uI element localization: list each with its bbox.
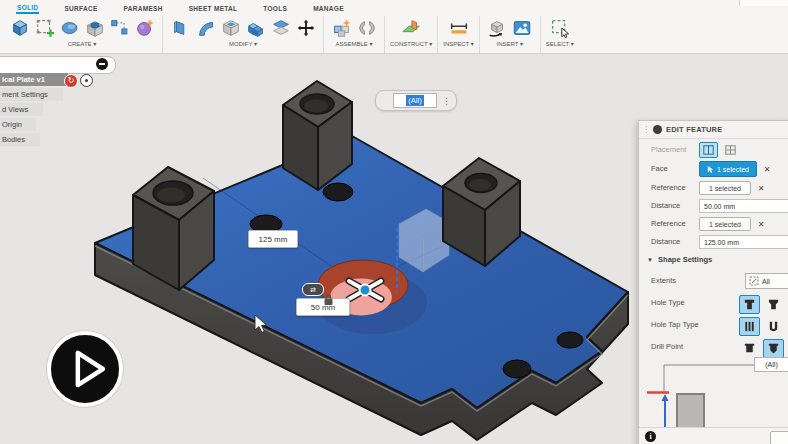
face-selection-button[interactable]: 1 selected [699, 161, 757, 177]
placement-multiple-holes-button[interactable] [721, 142, 740, 158]
construction-plane-icon[interactable] [399, 15, 424, 40]
distance1-input[interactable]: 50.00 mm [699, 199, 788, 213]
browser-item-document-settings[interactable]: ment Settings [0, 88, 63, 101]
distance2-input[interactable]: 125.00 mm [699, 235, 788, 249]
assemble-dropdown[interactable]: ASSEMBLE ▾ [335, 40, 372, 47]
edit-feature-dialog: ⋮ EDIT FEATURE Placement Face 1 selected… [638, 120, 788, 444]
tap-type-tapped-button[interactable] [739, 317, 760, 336]
toolbar-separator [162, 16, 163, 53]
browser-item-label: d Views [2, 105, 28, 114]
feature-icon [653, 125, 662, 134]
joint-icon[interactable] [354, 15, 379, 40]
browser-item-origin[interactable]: Origin [0, 118, 36, 131]
tab-paramesh[interactable]: PARAMESH [123, 3, 164, 13]
hole-icon[interactable] [82, 15, 107, 40]
dialog-title: EDIT FEATURE [666, 125, 722, 134]
insert-dropdown[interactable]: INSERT ▾ [497, 40, 523, 47]
play-button[interactable] [47, 331, 123, 407]
canvas-image-icon[interactable] [510, 15, 535, 40]
hole-type-countersink-button[interactable] [763, 295, 784, 314]
extents-dropdown[interactable]: All [745, 273, 788, 289]
extents-value-input[interactable]: (All) [393, 93, 437, 108]
reference1-selection-button[interactable]: 1 selected [699, 181, 751, 195]
toolbar-separator [437, 16, 438, 53]
pattern-icon[interactable] [107, 15, 132, 40]
dialog-header[interactable]: ⋮ EDIT FEATURE [639, 121, 788, 139]
footer-button-partial[interactable] [770, 431, 788, 444]
toolbar-separator [479, 16, 480, 53]
browser-item-bodies[interactable]: Bodies [0, 133, 40, 146]
construct-dropdown[interactable]: CONSTRUCT ▾ [390, 40, 432, 47]
create-sketch-icon[interactable] [32, 15, 57, 40]
distance2-row: Distance 125.00 mm [639, 234, 788, 250]
combine-icon[interactable] [243, 15, 268, 40]
distance2-label: Distance [651, 237, 680, 246]
reference1-remove-button[interactable]: ✕ [755, 182, 767, 194]
toolbar-group-insert: INSERT ▾ [482, 14, 538, 47]
reference2-selection-button[interactable]: 1 selected [699, 217, 751, 231]
tap-type-simple-button[interactable] [763, 317, 784, 336]
face-row: Face 1 selected ✕ [639, 161, 788, 177]
browser-item-named-views[interactable]: d Views [0, 103, 43, 116]
press-pull-icon[interactable] [168, 15, 193, 40]
extents-value: All [762, 278, 770, 285]
box-icon[interactable] [7, 15, 32, 40]
shape-settings-label: Shape Settings [658, 255, 712, 264]
select-dropdown[interactable]: SELECT ▾ [546, 40, 574, 47]
toolbar-group-construct: CONSTRUCT ▾ [387, 14, 435, 47]
measure-icon[interactable] [446, 15, 471, 40]
create-dropdown[interactable]: CREATE ▾ [68, 40, 97, 47]
diameter-dimension-input[interactable]: 50 mm [296, 298, 350, 316]
drill-point-flat-button[interactable] [739, 339, 760, 358]
tab-solid[interactable]: SOLID [16, 2, 39, 14]
new-component-icon[interactable] [329, 15, 354, 40]
shell-icon[interactable] [218, 15, 243, 40]
tab-manage[interactable]: MANAGE [312, 3, 345, 13]
widget-menu-icon[interactable]: ⋮ [442, 96, 451, 106]
reference2-remove-button[interactable]: ✕ [755, 218, 767, 230]
toolbar-group-select: SELECT ▾ [543, 14, 577, 47]
toolbar-separator [540, 16, 541, 53]
info-icon[interactable]: i [645, 431, 656, 442]
create-form-icon[interactable] [57, 15, 82, 40]
fillet-icon[interactable] [193, 15, 218, 40]
insert-derive-icon[interactable] [485, 15, 510, 40]
face-remove-button[interactable]: ✕ [761, 163, 773, 175]
cursor-icon [707, 165, 714, 174]
mouse-cursor [254, 314, 268, 338]
toolbar-separator [323, 16, 324, 53]
move-icon[interactable] [293, 15, 318, 40]
split-body-icon[interactable] [268, 15, 293, 40]
placement-single-hole-button[interactable] [699, 142, 718, 158]
drill-point-row: Drill Point [639, 339, 788, 357]
collapse-caret-icon: ▼ [647, 257, 653, 263]
hole-type-counterbore-button[interactable] [739, 295, 760, 314]
tab-sheet-metal[interactable]: SHEET METAL [188, 3, 239, 13]
create-paramesh-icon[interactable] [132, 15, 157, 40]
browser-item-root[interactable]: ical Plate v1 [0, 73, 68, 86]
extents-row: Extents All [639, 273, 788, 289]
activate-component-icon[interactable] [80, 74, 93, 87]
reference1-label: Reference [651, 183, 686, 192]
browser-item-label: Origin [2, 120, 22, 129]
dialog-grip-icon[interactable]: ⋮ [642, 125, 650, 134]
standoff-block-left [133, 167, 214, 290]
shape-settings-header[interactable]: ▼ Shape Settings [647, 255, 712, 264]
tab-surface[interactable]: SURFACE [63, 3, 98, 13]
play-icon [51, 335, 119, 403]
distance1-row: Distance 50.00 mm [639, 198, 788, 214]
select-icon[interactable] [547, 15, 572, 40]
ribbon-groups: CREATE ▾ [0, 14, 788, 53]
extents-value-widget: (All) ⋮ [375, 90, 457, 111]
drill-point-label: Drill Point [651, 342, 683, 351]
modify-dropdown[interactable]: MODIFY ▾ [229, 40, 257, 47]
flip-direction-icon[interactable]: ⇄ [302, 283, 324, 296]
distance1-label: Distance [651, 201, 680, 210]
tab-tools[interactable]: TOOLS [262, 3, 288, 13]
toolbar-group-inspect: INSPECT ▾ [440, 14, 477, 47]
inspect-dropdown[interactable]: INSPECT ▾ [443, 40, 474, 47]
lock-icon [324, 292, 333, 310]
drill-point-angle-button[interactable] [763, 339, 784, 358]
collapse-browser-icon[interactable] [96, 58, 108, 70]
distance-dimension-input[interactable]: 125 mm [248, 230, 298, 248]
